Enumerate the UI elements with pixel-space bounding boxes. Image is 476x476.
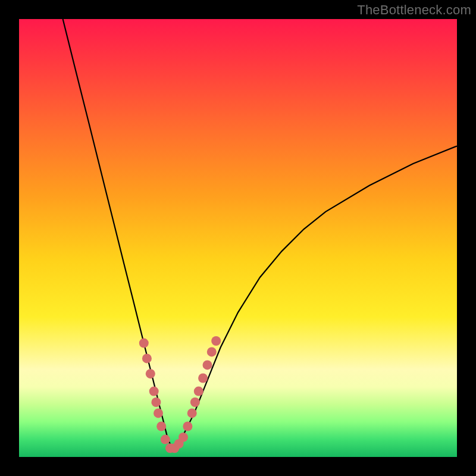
curve-marker (154, 408, 163, 418)
bottleneck-curve (63, 19, 457, 448)
curve-marker (156, 422, 166, 431)
curve-marker (178, 433, 188, 442)
curve-marker (190, 397, 200, 407)
curve-marker (203, 360, 212, 369)
curve-marker (187, 408, 197, 418)
curve-marker (139, 339, 149, 348)
marker-group (139, 336, 221, 453)
plot-area (19, 19, 457, 457)
curve-marker (211, 336, 221, 346)
curve-marker (151, 397, 161, 407)
curve-marker (142, 353, 152, 363)
curve-marker (198, 374, 208, 383)
curve-marker (183, 422, 192, 431)
curve-marker (161, 435, 170, 444)
curve-marker (207, 347, 217, 356)
curve-marker (194, 387, 203, 396)
curve-svg (19, 19, 457, 457)
watermark-text: TheBottleneck.com (357, 2, 471, 18)
curve-marker (149, 387, 159, 396)
chart-frame (19, 19, 457, 457)
curve-marker (146, 369, 155, 378)
